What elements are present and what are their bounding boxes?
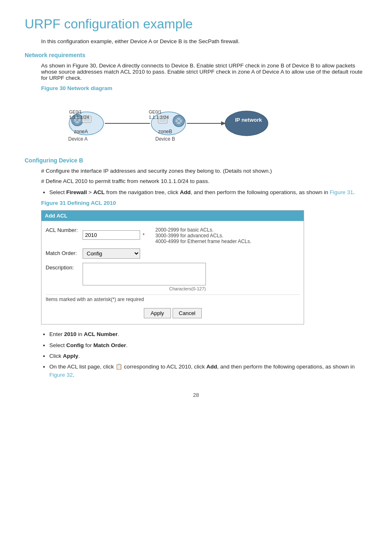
svg-text:Device A: Device A: [68, 136, 88, 142]
description-label: Description:: [46, 263, 83, 271]
cancel-button[interactable]: Cancel: [173, 308, 201, 318]
required-note: Items marked with an asterisk(*) are req…: [46, 294, 300, 306]
config-step2: # Define ACL 2010 to permit traffic from…: [41, 178, 367, 184]
acl-hint: 2000-2999 for basic ACLs. 3000-3999 for …: [155, 225, 251, 244]
description-textarea[interactable]: [83, 263, 206, 285]
intro-text: In this configuration example, either De…: [41, 38, 367, 44]
match-order-select[interactable]: Config Auto: [83, 248, 140, 259]
config-step1: # Configure the interface IP addresses a…: [41, 168, 367, 174]
bullet-item-3: Select Config for Match Order.: [49, 341, 367, 350]
svg-text:Device B: Device B: [155, 136, 175, 142]
figure31-title: Figure 31 Defining ACL 2010: [41, 200, 367, 206]
network-requirements-heading: Network requirements: [25, 52, 367, 58]
figure31-link[interactable]: Figure 31: [330, 189, 353, 195]
desc-hint: Characters(0-127): [169, 286, 206, 291]
bullet-item-1: Select Firewall > ACL from the navigatio…: [49, 188, 367, 197]
apply-button[interactable]: Apply: [144, 308, 171, 318]
configuring-device-b-heading: Configuring Device B: [25, 157, 367, 164]
network-requirements-body: As shown in Figure 30, Device A directly…: [41, 63, 367, 81]
page-title: URPF configuration example: [25, 16, 367, 32]
page-number: 28: [25, 392, 367, 398]
svg-text:zoneA: zoneA: [74, 129, 88, 134]
svg-text:IP network: IP network: [235, 117, 262, 123]
acl-number-input[interactable]: [83, 230, 140, 240]
figure32-link[interactable]: Figure 32: [49, 372, 73, 378]
acl-number-label: ACL Number:: [46, 225, 83, 233]
required-star: *: [143, 232, 145, 238]
svg-text:GE0/1: GE0/1: [69, 109, 82, 114]
bullet-list-1: Select Firewall > ACL from the navigatio…: [41, 188, 367, 197]
svg-text:GE0/1: GE0/1: [149, 109, 161, 114]
svg-text:zoneB: zoneB: [158, 129, 172, 134]
figure30-title: Figure 30 Network diagram: [41, 85, 367, 91]
svg-point-25: [225, 111, 268, 136]
bullet-list-2: Enter 2010 in ACL Number. Select Config …: [41, 330, 367, 379]
add-acl-form: Add ACL ACL Number: * 2000-2999 for basi…: [41, 210, 304, 324]
svg-text:1.1.1.2/24: 1.1.1.2/24: [149, 115, 169, 120]
bullet-item-5: On the ACL list page, click 📋 correspond…: [49, 363, 367, 380]
add-acl-header: Add ACL: [45, 213, 67, 219]
bullet-item-4: Click Apply.: [49, 352, 367, 360]
network-diagram: GE0/1 1.1.1.1/24 zoneA Device A GE0/1 1.…: [41, 95, 279, 149]
bullet-item-2: Enter 2010 in ACL Number.: [49, 330, 367, 338]
match-order-label: Match Order:: [46, 248, 83, 256]
svg-text:1.1.1.1/24: 1.1.1.1/24: [69, 115, 89, 120]
